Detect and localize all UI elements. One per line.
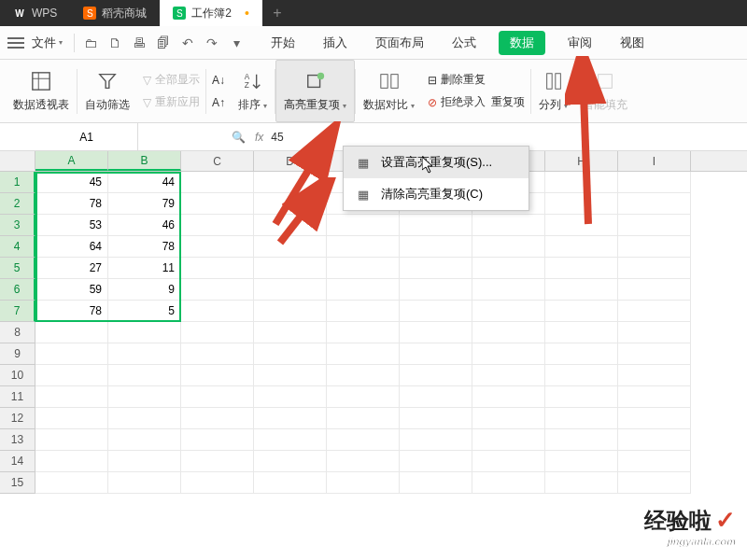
- cell-A10[interactable]: [35, 365, 108, 386]
- cell-F7[interactable]: [400, 301, 472, 322]
- cell-D11[interactable]: [254, 386, 327, 408]
- cell-D5[interactable]: [254, 258, 327, 279]
- cell-C14[interactable]: [181, 451, 254, 472]
- row-header-8[interactable]: 8: [0, 322, 35, 343]
- cell-D3[interactable]: [254, 215, 327, 236]
- cell-F15[interactable]: [400, 472, 472, 494]
- cell-F14[interactable]: [400, 451, 472, 472]
- row-header-2[interactable]: 2: [0, 193, 35, 215]
- sort-desc-button[interactable]: A↑: [212, 92, 225, 113]
- cell-H5[interactable]: [545, 258, 618, 279]
- cell-E15[interactable]: [327, 472, 400, 494]
- cell-I13[interactable]: [618, 429, 691, 451]
- spreadsheet-grid[interactable]: ABCDEFGHI 145442787935346464785271165997…: [0, 151, 747, 560]
- save-icon[interactable]: 🗀: [82, 35, 99, 51]
- cell-F4[interactable]: [400, 236, 472, 258]
- tab-data[interactable]: 数据: [499, 31, 545, 55]
- remove-dup-button[interactable]: ⊟删除重复: [428, 70, 486, 91]
- cell-H1[interactable]: [545, 172, 618, 193]
- cell-I11[interactable]: [618, 386, 691, 408]
- set-highlight-item[interactable]: ▦ 设置高亮重复项(S)...: [344, 147, 529, 178]
- cell-H12[interactable]: [545, 408, 618, 429]
- sort-button[interactable]: AZ 排序: [231, 60, 275, 122]
- row-header-10[interactable]: 10: [0, 365, 35, 386]
- cell-E5[interactable]: [327, 258, 400, 279]
- cell-H14[interactable]: [545, 451, 618, 472]
- cell-G4[interactable]: [472, 236, 545, 258]
- row-header-15[interactable]: 15: [0, 472, 35, 494]
- cell-B2[interactable]: 79: [108, 193, 181, 215]
- cell-F13[interactable]: [400, 429, 472, 451]
- cell-A1[interactable]: 45: [35, 172, 108, 193]
- cell-H4[interactable]: [545, 236, 618, 258]
- data-compare-button[interactable]: 数据对比: [356, 60, 422, 122]
- row-header-12[interactable]: 12: [0, 408, 35, 429]
- cell-G3[interactable]: [472, 215, 545, 236]
- redo-icon[interactable]: ↷: [204, 35, 220, 51]
- cell-C1[interactable]: [181, 172, 254, 193]
- reapply-button[interactable]: ▽重新应用: [143, 92, 200, 113]
- cell-D8[interactable]: [254, 322, 327, 343]
- cell-A15[interactable]: [35, 472, 108, 494]
- cell-B4[interactable]: 78: [108, 236, 181, 258]
- tab-insert[interactable]: 插入: [317, 31, 353, 55]
- tab-wps[interactable]: W WPS: [0, 0, 70, 26]
- cell-I2[interactable]: [618, 193, 691, 215]
- cell-B5[interactable]: 11: [108, 258, 181, 279]
- tab-review[interactable]: 审阅: [562, 31, 598, 55]
- cell-F10[interactable]: [400, 365, 472, 386]
- cell-H3[interactable]: [545, 215, 618, 236]
- cell-I14[interactable]: [618, 451, 691, 472]
- highlight-duplicates-button[interactable]: 高亮重复项: [275, 60, 355, 122]
- cell-B12[interactable]: [108, 408, 181, 429]
- cell-B13[interactable]: [108, 429, 181, 451]
- cell-G7[interactable]: [472, 301, 545, 322]
- new-tab-button[interactable]: +: [262, 0, 292, 26]
- cell-D10[interactable]: [254, 365, 327, 386]
- split-column-button[interactable]: 分列: [531, 60, 575, 122]
- cell-G9[interactable]: [472, 343, 545, 365]
- cell-F9[interactable]: [400, 343, 472, 365]
- row-header-6[interactable]: 6: [0, 279, 35, 301]
- cell-B8[interactable]: [108, 322, 181, 343]
- cell-F6[interactable]: [400, 279, 472, 301]
- pivot-table-button[interactable]: 数据透视表: [6, 60, 77, 122]
- cell-I6[interactable]: [618, 279, 691, 301]
- show-all-button[interactable]: ▽全部显示: [143, 70, 200, 91]
- cell-F5[interactable]: [400, 258, 472, 279]
- cell-I12[interactable]: [618, 408, 691, 429]
- cell-C7[interactable]: [181, 301, 254, 322]
- cell-D2[interactable]: [254, 193, 327, 215]
- cell-G8[interactable]: [472, 322, 545, 343]
- cell-E11[interactable]: [327, 386, 400, 408]
- cell-E7[interactable]: [327, 301, 400, 322]
- cell-A14[interactable]: [35, 451, 108, 472]
- cell-H10[interactable]: [545, 365, 618, 386]
- tab-pagelayout[interactable]: 页面布局: [370, 31, 430, 55]
- autofilter-button[interactable]: 自动筛选: [78, 60, 137, 122]
- print-icon[interactable]: 🖶: [131, 35, 148, 51]
- undo-icon[interactable]: ↶: [179, 35, 196, 51]
- column-header-D[interactable]: D: [254, 151, 327, 171]
- cell-B11[interactable]: [108, 386, 181, 408]
- column-header-C[interactable]: C: [181, 151, 254, 171]
- tab-home[interactable]: 开始: [265, 31, 301, 55]
- clear-highlight-item[interactable]: ▦ 清除高亮重复项(C): [344, 178, 529, 210]
- cell-A3[interactable]: 53: [35, 215, 108, 236]
- fx-icon[interactable]: fx: [255, 131, 263, 144]
- cell-I9[interactable]: [618, 343, 691, 365]
- row-header-9[interactable]: 9: [0, 343, 35, 365]
- cell-B3[interactable]: 46: [108, 215, 181, 236]
- cell-E9[interactable]: [327, 343, 400, 365]
- name-box[interactable]: A1: [35, 123, 138, 150]
- cell-A4[interactable]: 64: [35, 236, 108, 258]
- cell-B1[interactable]: 44: [108, 172, 181, 193]
- column-header-H[interactable]: H: [545, 151, 618, 171]
- cell-A2[interactable]: 78: [35, 193, 108, 215]
- cell-H15[interactable]: [545, 472, 618, 494]
- cell-A13[interactable]: [35, 429, 108, 451]
- cell-E6[interactable]: [327, 279, 400, 301]
- smart-fill-button[interactable]: 智能填充: [575, 60, 627, 122]
- cell-C9[interactable]: [181, 343, 254, 365]
- file-menu[interactable]: 文件: [32, 35, 63, 51]
